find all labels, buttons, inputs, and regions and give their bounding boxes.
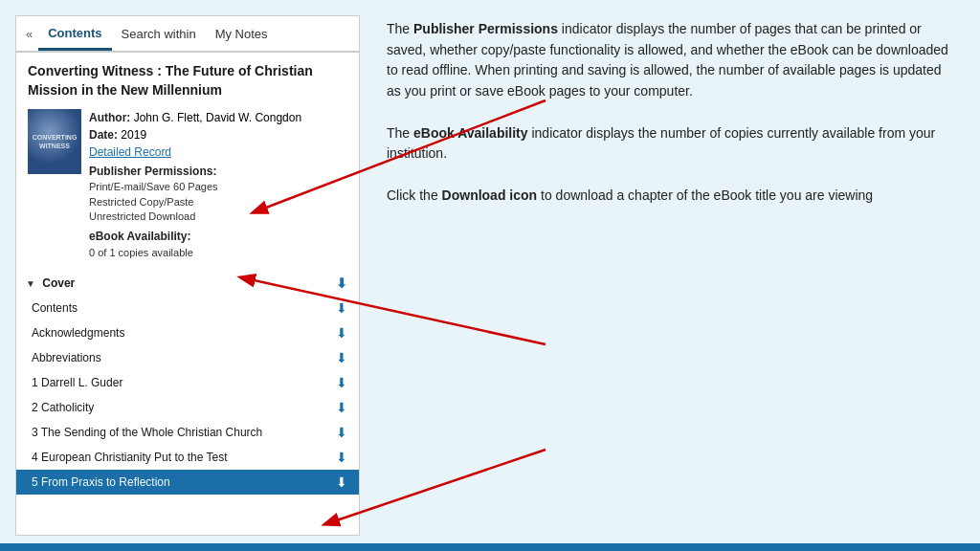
bold-ebook-availability: eBook Availability — [413, 125, 528, 141]
toc-label-contents: Contents — [32, 301, 78, 315]
bottom-bar — [0, 543, 980, 551]
book-meta: Author: John G. Flett, David W. Congdon … — [89, 109, 347, 261]
toc-label-ch5: 5 From Praxis to Reflection — [32, 475, 170, 489]
date-value: 2019 — [121, 128, 146, 142]
tabs-bar: « Contents Search within My Notes — [16, 16, 359, 53]
toc-item-ch4[interactable]: 4 European Christianity Put to the Test … — [16, 445, 359, 470]
toc-item-acknowledgments[interactable]: Acknowledgments ⬇ — [16, 320, 359, 345]
annotation-block-3: Click the Download icon to download a ch… — [387, 186, 953, 207]
date-row: Date: 2019 — [89, 126, 347, 143]
book-title: Converting Witness : The Future of Chris… — [16, 53, 359, 105]
book-thumbnail: CONVERTING WITNESS — [28, 109, 81, 174]
permissions-line2: Restricted Copy/Paste — [89, 195, 347, 209]
permissions-line1: Print/E-mail/Save 60 Pages — [89, 180, 347, 194]
annotation-text-2: The eBook Availability indicator display… — [387, 123, 953, 165]
thumbnail-line2: WITNESS — [33, 142, 78, 150]
download-icon-cover[interactable]: ⬇ — [336, 276, 347, 291]
download-icon-ch2[interactable]: ⬇ — [336, 400, 347, 415]
availability-label: eBook Availability: — [89, 228, 347, 245]
detailed-record-link[interactable]: Detailed Record — [89, 143, 347, 161]
download-icon-ch5[interactable]: ⬇ — [336, 474, 347, 490]
availability-value: 0 of 1 copies available — [89, 245, 347, 261]
tab-search[interactable]: Search within — [112, 19, 206, 49]
thumbnail-line1: CONVERTING — [33, 133, 78, 142]
right-panel: The Publisher Permissions indicator disp… — [360, 0, 980, 551]
annotation-block-2: The eBook Availability indicator display… — [387, 123, 953, 165]
toc-list: ▼ Cover ⬇ Contents ⬇ Acknowledgments ⬇ A… — [16, 267, 359, 535]
annotation-text-1: The Publisher Permissions indicator disp… — [387, 19, 953, 102]
toc-item-ch5[interactable]: 5 From Praxis to Reflection ⬇ — [16, 470, 359, 495]
permissions-label: Publisher Permissions: — [89, 163, 347, 180]
toc-label-abbreviations: Abbreviations — [32, 351, 101, 364]
annotation-text-3: Click the Download icon to download a ch… — [387, 186, 953, 207]
download-icon-acknowledgments[interactable]: ⬇ — [336, 325, 347, 341]
back-button[interactable]: « — [20, 27, 38, 41]
permissions-text: Print/E-mail/Save 60 Pages Restricted Co… — [89, 180, 347, 224]
toc-label-ch1: 1 Darrell L. Guder — [32, 376, 122, 389]
toc-item-ch2[interactable]: 2 Catholicity ⬇ — [16, 395, 359, 420]
date-label: Date: — [89, 128, 118, 142]
toc-label-acknowledgments: Acknowledgments — [32, 326, 124, 340]
bold-download-icon: Download icon — [442, 187, 538, 203]
left-panel: « Contents Search within My Notes Conver… — [15, 15, 360, 536]
download-icon-ch4[interactable]: ⬇ — [336, 450, 347, 465]
annotation-block-1: The Publisher Permissions indicator disp… — [387, 19, 953, 102]
toc-item-cover[interactable]: ▼ Cover ⬇ — [16, 271, 359, 296]
bold-publisher-permissions: Publisher Permissions — [413, 21, 558, 36]
permissions-line3: Unrestricted Download — [89, 209, 347, 224]
toc-label-ch4: 4 European Christianity Put to the Test — [32, 451, 228, 464]
download-icon-contents[interactable]: ⬇ — [336, 300, 347, 316]
author-label: Author: — [89, 111, 130, 124]
author-value: John G. Flett, David W. Congdon — [134, 111, 301, 124]
download-icon-abbreviations[interactable]: ⬇ — [336, 350, 347, 365]
triangle-icon: ▼ — [26, 278, 35, 289]
download-icon-ch3[interactable]: ⬇ — [336, 425, 347, 440]
toc-item-contents[interactable]: Contents ⬇ — [16, 296, 359, 320]
toc-item-ch3[interactable]: 3 The Sending of the Whole Christian Chu… — [16, 420, 359, 445]
download-icon-ch1[interactable]: ⬇ — [336, 375, 347, 390]
toc-label-ch2: 2 Catholicity — [32, 401, 94, 414]
toc-item-ch1[interactable]: 1 Darrell L. Guder ⬇ — [16, 370, 359, 395]
tab-contents[interactable]: Contents — [38, 18, 111, 51]
book-info-row: CONVERTING WITNESS Author: John G. Flett… — [16, 105, 359, 267]
tab-notes[interactable]: My Notes — [206, 19, 278, 49]
toc-label-ch3: 3 The Sending of the Whole Christian Chu… — [32, 426, 262, 439]
toc-label-cover: ▼ Cover — [26, 276, 75, 290]
author-row: Author: John G. Flett, David W. Congdon — [89, 109, 347, 126]
toc-item-abbreviations[interactable]: Abbreviations ⬇ — [16, 345, 359, 370]
